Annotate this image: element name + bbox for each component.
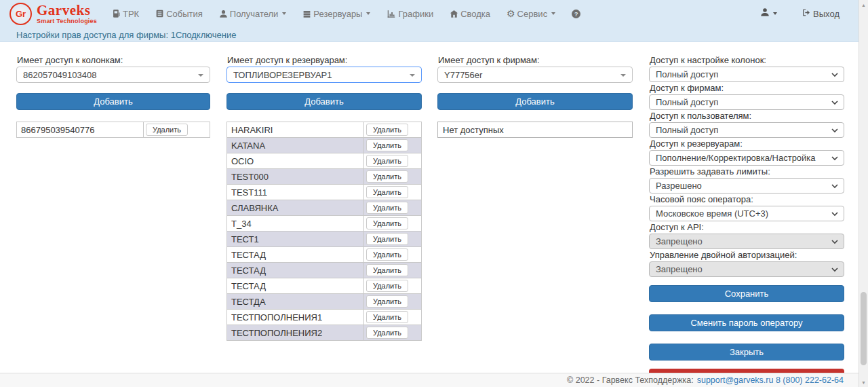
table-row: TEST111Удалить [227,185,422,200]
row-action-cell: Удалить [364,247,422,263]
row-action-cell: Удалить [364,185,422,200]
setting-select-reservoirs[interactable]: Пополнение/Корректировка/Настройка [649,150,844,166]
delete-button[interactable]: Удалить [366,155,408,167]
page: Gr Garveks Smart Technologies ТРКСобытия… [0,0,868,387]
delete-button[interactable]: Удалить [366,124,408,136]
dispenser-icon [112,9,121,18]
nav-item-summary[interactable]: Сводка [450,9,490,19]
setting-select-two-factor[interactable]: Запрещено [649,261,844,277]
close-button[interactable]: Закрыть [649,344,844,361]
row-action-cell: Удалить [364,325,422,341]
row-action-cell: Удалить [364,263,422,278]
add-dispenser-button[interactable]: Добавить [16,93,210,110]
logout-button[interactable]: Выход [802,8,840,19]
row-label: ТЕСТАД [227,247,364,263]
user-menu[interactable] [760,7,777,20]
scrollbar-thumb[interactable] [861,292,867,365]
nav-item-service[interactable]: ⚙Сервис [507,9,555,19]
nav-item-label: ТРК [123,9,139,19]
logo-globe-icon: Gr [9,3,32,25]
delete-button[interactable]: Удалить [366,264,408,276]
setting-label: Разрешить задавать лимиты: [650,167,844,176]
setting-select-users[interactable]: Полный доступ [649,122,844,138]
setting-label: Доступ к API: [650,223,844,232]
save-button[interactable]: Сохранить [649,285,844,302]
dispenser-table: 866795039540776Удалить [16,122,210,138]
vertical-scrollbar[interactable]: ▲ ▼ [859,0,868,387]
delete-button[interactable]: Удалить [366,217,408,229]
nav-item-events[interactable]: События [155,9,203,19]
access-settings: Доступ к настройке колонок:Полный доступ… [649,56,844,277]
firms-dropdown-value: Y77756er [444,70,482,80]
reservoir-table: HARAKIRIУдалитьKATANAУдалитьOCIOУдалитьT… [226,122,422,341]
scroll-down-icon[interactable]: ▼ [859,377,868,387]
nav-item-reservoirs[interactable]: Резервуары [302,9,370,19]
nav-item-label: Сервис [517,9,548,19]
footer: © 2022 - Гарвекс Техподдержка: support@g… [0,373,859,387]
chevron-down-icon [831,268,838,272]
topbar: Gr Garveks Smart Technologies ТРКСобытия… [0,0,859,42]
setting-label: Доступ к резервуарам: [650,139,844,148]
chevron-down-icon [282,12,286,15]
tank-icon [302,10,311,18]
nav-right: Выход [760,7,849,20]
reservoirs-dropdown-value: ТОПЛИВОРЕЗЕРВУАР1 [233,70,332,80]
firms-column: Имеет доступ к фирмам: Y77756er Добавить… [437,56,633,138]
delete-button[interactable]: Удалить [366,170,408,183]
nav-item-label: Графики [398,9,433,19]
nav-item-recipients[interactable]: Получатели [219,9,287,19]
delete-button[interactable]: Удалить [146,124,188,136]
breadcrumb: Настройки прав доступа для фирмы: 1Сподк… [0,27,859,41]
setting-group-users: Доступ к пользователям:Полный доступ [649,111,844,138]
nav-item-help[interactable]: ? [572,10,580,18]
nav-item-trk[interactable]: ТРК [112,9,139,19]
delete-button[interactable]: Удалить [366,233,408,245]
table-row: Т_34Удалить [227,216,422,232]
row-label: ТЕСТАД [227,263,364,278]
row-label: TEST000 [227,169,364,185]
setting-select-timezone[interactable]: Московское время (UTC+3) [649,206,844,221]
delete-button[interactable]: Удалить [366,311,408,323]
setting-group-two-factor: Управление двойной авторизацией:Запрещен… [649,251,844,277]
table-row: KATANAУдалить [227,138,422,153]
setting-group-reservoirs: Доступ к резервуарам:Пополнение/Корректи… [649,139,844,166]
add-firm-button[interactable]: Добавить [437,93,633,110]
setting-select-api[interactable]: Запрещено [649,234,844,249]
chart-icon [387,10,396,18]
dispensers-dropdown[interactable]: 862057049103408 [16,67,210,83]
setting-group-limits: Разрешить задавать лимиты:Разрешено [649,167,844,194]
delete-button[interactable]: Удалить [366,280,408,292]
setting-value: Московское время (UTC+3) [656,208,768,219]
chevron-down-icon [366,12,370,15]
setting-select-columns-config[interactable]: Полный доступ [649,67,844,82]
setting-label: Доступ к фирмам: [650,84,844,92]
add-reservoir-button[interactable]: Добавить [226,93,422,110]
reservoirs-dropdown[interactable]: ТОПЛИВОРЕЗЕРВУАР1 [226,67,422,83]
access-settings-column: Доступ к настройке колонок:Полный доступ… [649,56,844,361]
logout-icon [802,8,811,19]
reservoirs-label: Имеет доступ к резервуарам: [227,56,422,64]
firms-dropdown[interactable]: Y77756er [437,67,633,83]
logo[interactable]: Gr Garveks Smart Technologies [9,3,97,25]
setting-select-firms[interactable]: Полный доступ [649,94,844,110]
content: Имеет доступ к колонкам: 862057049103408… [0,42,859,373]
delete-button[interactable]: Удалить [366,248,408,261]
setting-value: Разрешено [656,181,702,191]
scroll-up-icon[interactable]: ▲ [859,0,868,10]
setting-value: Полный доступ [656,125,718,135]
delete-button[interactable]: Удалить [366,295,408,308]
footer-support-link[interactable]: support@garveks.ru 8 (800) 222-62-64 [697,375,844,385]
setting-value: Полный доступ [656,97,718,107]
firms-label: Имеет доступ к фирмам: [438,56,633,64]
change-password-button[interactable]: Сменить пароль оператору [649,314,844,331]
row-label: ТЕСТПОПОЛНЕНИЯ1 [227,310,364,325]
delete-button[interactable]: Удалить [366,139,408,151]
delete-button[interactable]: Удалить [366,186,408,198]
row-label: ТЕСТДА [227,294,364,310]
delete-button[interactable]: Удалить [366,202,408,214]
nav-item-charts[interactable]: Графики [387,9,433,19]
chevron-down-icon [620,74,626,77]
delete-button[interactable]: Удалить [366,327,408,339]
row-label: KATANA [227,138,364,153]
setting-select-limits[interactable]: Разрешено [649,178,844,194]
